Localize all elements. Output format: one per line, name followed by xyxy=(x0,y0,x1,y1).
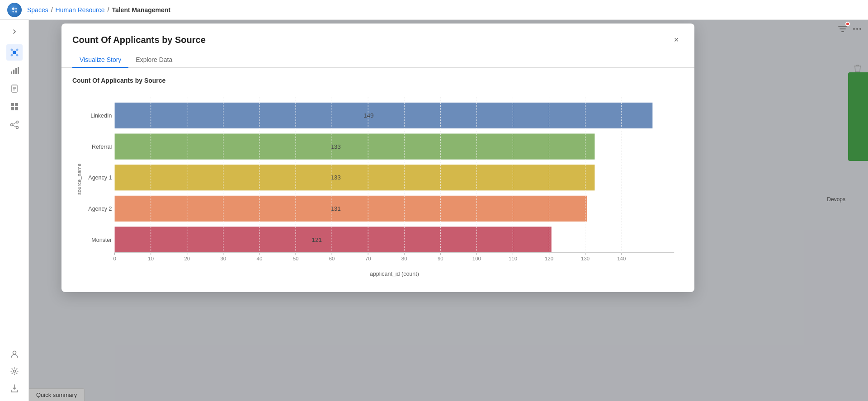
svg-point-22 xyxy=(16,121,18,123)
y-label-referral: Referral xyxy=(92,144,112,150)
top-right-actions xyxy=(837,24,863,36)
svg-rect-12 xyxy=(18,67,19,74)
svg-rect-20 xyxy=(15,107,18,110)
svg-point-2 xyxy=(13,10,14,12)
svg-text:70: 70 xyxy=(365,256,371,261)
breadcrumb-sep2: / xyxy=(108,6,109,14)
svg-line-25 xyxy=(13,125,16,127)
svg-rect-17 xyxy=(11,103,14,106)
sidebar-toggle[interactable] xyxy=(6,24,23,40)
modal-title: Count Of Applicants by Source xyxy=(72,35,206,45)
bar-agency2 xyxy=(115,196,587,222)
breadcrumb-human-resource[interactable]: Human Resource xyxy=(56,6,105,14)
svg-point-27 xyxy=(13,370,15,373)
chart-wrap: source_name 149 LinkedIn 133 Referral 13… xyxy=(72,91,684,281)
svg-text:130: 130 xyxy=(581,256,590,261)
sidebar xyxy=(0,20,29,401)
breadcrumb-sep1: / xyxy=(51,6,53,14)
y-label-linkedin: LinkedIn xyxy=(90,113,112,119)
svg-text:90: 90 xyxy=(438,256,443,261)
y-label-monster: Monster xyxy=(91,237,112,243)
bar-linkedin xyxy=(115,103,653,128)
svg-point-29 xyxy=(856,28,858,30)
sidebar-item-user[interactable] xyxy=(6,346,23,362)
svg-text:50: 50 xyxy=(293,256,299,261)
svg-point-6 xyxy=(16,49,18,51)
bar-agency1 xyxy=(115,165,595,190)
filter-icon-button[interactable] xyxy=(837,24,848,36)
sidebar-item-docs[interactable] xyxy=(6,80,23,97)
modal-header: Count Of Applicants by Source × xyxy=(61,24,694,47)
modal-tabs: Visualize Story Explore Data xyxy=(61,52,694,68)
svg-text:30: 30 xyxy=(220,256,226,261)
sidebar-item-integrations[interactable] xyxy=(6,117,23,133)
svg-text:110: 110 xyxy=(509,256,517,261)
x-axis-label: applicant_id (count) xyxy=(370,271,419,277)
y-axis-label: source_name xyxy=(76,164,82,195)
sidebar-item-settings[interactable] xyxy=(6,363,23,379)
bar-label-linkedin: 149 xyxy=(363,112,374,119)
svg-text:20: 20 xyxy=(184,256,190,261)
y-label-agency1: Agency 1 xyxy=(88,175,112,181)
svg-text:40: 40 xyxy=(257,256,263,261)
svg-rect-9 xyxy=(11,71,12,74)
bar-referral xyxy=(115,134,595,160)
svg-text:60: 60 xyxy=(329,256,335,261)
svg-text:120: 120 xyxy=(545,256,553,261)
svg-rect-18 xyxy=(15,103,18,106)
svg-point-23 xyxy=(16,127,18,129)
top-bar: Spaces / Human Resource / Talent Managem… xyxy=(0,0,868,20)
svg-rect-11 xyxy=(15,68,17,74)
breadcrumb-talent-management: Talent Management xyxy=(112,6,170,14)
chart-container: Count Of Applicants by Source source_nam… xyxy=(61,68,694,292)
svg-text:80: 80 xyxy=(401,256,407,261)
tab-visualize-story[interactable]: Visualize Story xyxy=(72,52,128,68)
sidebar-item-analytics[interactable] xyxy=(6,62,23,79)
chart-subtitle: Count Of Applicants by Source xyxy=(72,77,684,84)
svg-text:140: 140 xyxy=(617,256,626,261)
svg-rect-10 xyxy=(13,70,14,74)
svg-point-5 xyxy=(10,49,13,51)
modal-dialog: Count Of Applicants by Source × Visualiz… xyxy=(61,24,694,292)
svg-point-4 xyxy=(13,51,16,54)
svg-point-7 xyxy=(10,54,13,57)
svg-point-0 xyxy=(12,7,14,9)
svg-text:10: 10 xyxy=(148,256,154,261)
svg-line-24 xyxy=(13,123,16,124)
bar-chart-svg: source_name 149 LinkedIn 133 Referral 13… xyxy=(72,91,684,281)
breadcrumb-spaces[interactable]: Spaces xyxy=(27,6,48,14)
svg-text:0: 0 xyxy=(113,256,116,261)
y-label-agency2: Agency 2 xyxy=(88,206,112,212)
breadcrumb: Spaces / Human Resource / Talent Managem… xyxy=(27,6,170,14)
svg-point-3 xyxy=(15,10,17,13)
close-button[interactable]: × xyxy=(669,33,684,47)
sidebar-item-components[interactable] xyxy=(6,99,23,115)
main-content: Devops Count Of Applicants by Source × V… xyxy=(29,20,868,401)
svg-point-26 xyxy=(13,351,16,354)
tab-explore-data[interactable]: Explore Data xyxy=(128,52,179,68)
svg-point-21 xyxy=(10,124,13,126)
svg-rect-19 xyxy=(11,107,14,110)
svg-text:100: 100 xyxy=(472,256,481,261)
sidebar-item-export[interactable] xyxy=(6,380,23,396)
more-icon-button[interactable] xyxy=(852,24,863,36)
sidebar-item-home[interactable] xyxy=(6,44,23,61)
svg-point-30 xyxy=(859,28,861,30)
app-logo xyxy=(7,3,22,17)
trash-button[interactable] xyxy=(853,63,863,75)
bar-monster xyxy=(115,226,552,252)
svg-point-1 xyxy=(15,8,17,9)
svg-point-8 xyxy=(16,54,18,57)
svg-point-28 xyxy=(853,28,855,30)
bar-label-monster: 121 xyxy=(312,236,322,243)
